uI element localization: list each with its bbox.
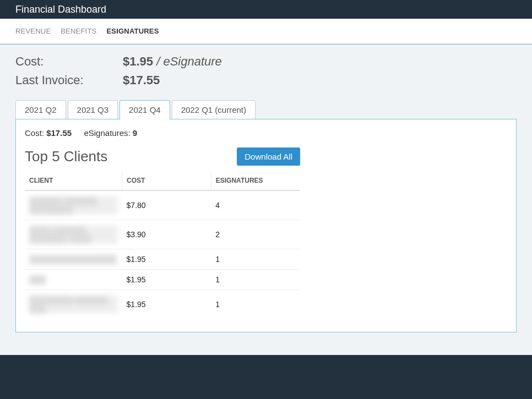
quarter-tab-2022q1[interactable]: 2022 Q1 (current) bbox=[172, 100, 256, 119]
app-header: Financial Dashboard bbox=[0, 0, 532, 19]
table-row: ████████████████ $1.95 1 bbox=[25, 249, 300, 270]
quarter-tab-2021q4[interactable]: 2021 Q4 bbox=[120, 100, 170, 119]
panel-header-row: Top 5 Clients Download All bbox=[25, 147, 300, 166]
quarter-tab-2021q3[interactable]: 2021 Q3 bbox=[68, 100, 118, 119]
client-esignatures: 1 bbox=[211, 290, 300, 319]
table-row: ████████ ██████ ███ $1.95 1 bbox=[25, 290, 300, 319]
footer-bar bbox=[0, 355, 532, 399]
page-title: Financial Dashboard bbox=[15, 4, 106, 15]
download-all-button[interactable]: Download All bbox=[237, 147, 300, 166]
quarter-tab-2021q2[interactable]: 2021 Q2 bbox=[15, 100, 66, 119]
table-row: ███ $1.95 1 bbox=[25, 270, 300, 290]
client-name: ████ ██████ ███████ ████ bbox=[29, 226, 118, 243]
col-header-client: Client bbox=[25, 171, 122, 190]
panel-cost-label: Cost: bbox=[25, 128, 46, 138]
top-clients-title: Top 5 Clients bbox=[25, 148, 107, 165]
client-name: ████████████████ bbox=[29, 255, 117, 264]
client-cost: $1.95 bbox=[122, 249, 211, 270]
table-header-row: Client Cost eSignatures bbox=[25, 171, 300, 190]
tab-benefits[interactable]: Benefits bbox=[61, 19, 96, 43]
invoice-label: Last Invoice: bbox=[15, 73, 123, 88]
client-cost: $3.90 bbox=[122, 220, 211, 249]
quarter-tabs: 2021 Q2 2021 Q3 2021 Q4 2022 Q1 (current… bbox=[15, 100, 517, 119]
col-header-esignatures: eSignatures bbox=[211, 171, 300, 190]
table-row: ██████ ██████ ████████ $7.80 4 bbox=[25, 190, 300, 220]
table-row: ████ ██████ ███████ ████ $3.90 2 bbox=[25, 220, 300, 249]
cost-value: $1.95 / eSignature bbox=[123, 54, 222, 69]
client-esignatures: 4 bbox=[211, 190, 300, 220]
panel-esig-label: eSignatures: bbox=[84, 128, 132, 138]
client-cost: $1.95 bbox=[122, 290, 211, 319]
panel-esig-value: 9 bbox=[133, 128, 137, 138]
client-esignatures: 1 bbox=[211, 270, 300, 290]
client-esignatures: 2 bbox=[211, 220, 300, 249]
quarter-panel: Cost: $17.55 eSignatures: 9 Top 5 Client… bbox=[15, 119, 517, 332]
client-name: ██████ ██████ ████████ bbox=[29, 196, 118, 214]
client-name: ████████ ██████ ███ bbox=[29, 296, 118, 313]
client-cost: $7.80 bbox=[122, 190, 211, 220]
invoice-row: Last Invoice: $17.55 bbox=[15, 73, 517, 88]
col-header-cost: Cost bbox=[122, 171, 211, 190]
panel-summary: Cost: $17.55 eSignatures: 9 bbox=[25, 128, 507, 138]
section-tabs: Revenue Benefits eSignatures bbox=[0, 19, 532, 44]
client-cost: $1.95 bbox=[122, 270, 211, 290]
clients-table: Client Cost eSignatures ██████ ██████ ██… bbox=[25, 171, 300, 319]
main-content: Cost: $1.95 / eSignature Last Invoice: $… bbox=[0, 44, 532, 346]
cost-label: Cost: bbox=[15, 54, 123, 69]
cost-row: Cost: $1.95 / eSignature bbox=[15, 54, 517, 69]
client-name: ███ bbox=[29, 275, 46, 284]
tab-revenue[interactable]: Revenue bbox=[15, 19, 51, 43]
client-esignatures: 1 bbox=[211, 249, 300, 270]
panel-cost-value: $17.55 bbox=[46, 128, 72, 138]
invoice-value: $17.55 bbox=[123, 73, 160, 88]
tab-esignatures[interactable]: eSignatures bbox=[106, 19, 159, 43]
